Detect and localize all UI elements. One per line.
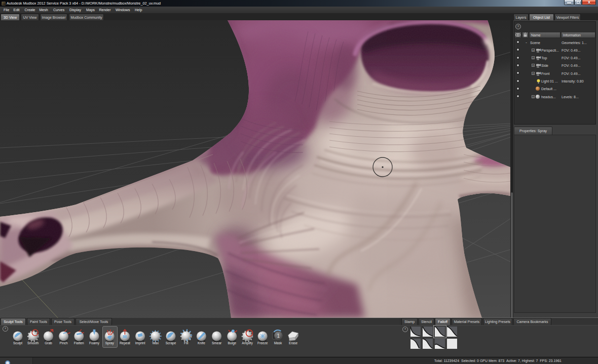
svg-text:1: 1 <box>277 333 280 339</box>
